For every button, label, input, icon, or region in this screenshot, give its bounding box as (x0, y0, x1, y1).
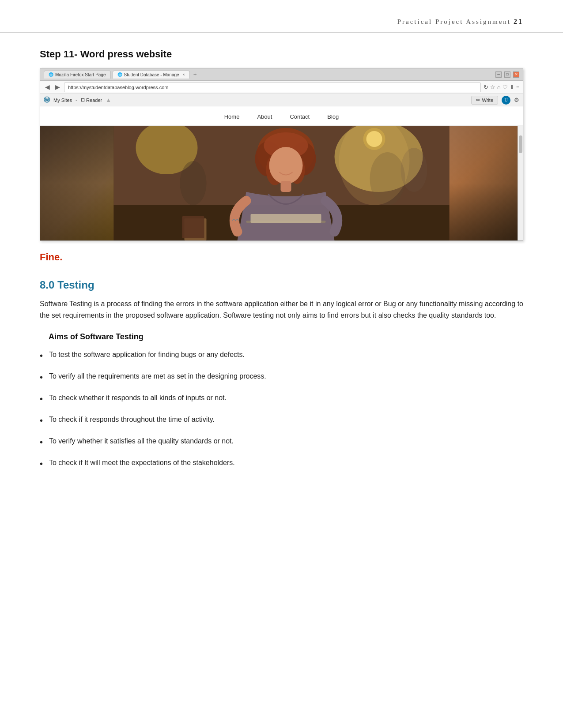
svg-rect-12 (281, 181, 291, 192)
bullet-text-6: To check if It will meet the expectation… (49, 458, 235, 468)
toolbar-arrow: ▲ (106, 97, 467, 104)
home-icon[interactable]: ⌂ (497, 84, 501, 91)
maximize-button[interactable]: □ (504, 71, 510, 78)
section8-heading: 8.0 Testing (40, 279, 523, 291)
browser-content: Home About Contact Blog (40, 106, 523, 240)
bullet-item-3: • To check whether it responds to all ki… (40, 393, 523, 405)
browser-tab-2[interactable]: 🌐 Student Database - Manage × (113, 71, 190, 79)
heart-icon[interactable]: ♡ (503, 84, 508, 91)
my-sites-label: My Sites (53, 98, 72, 103)
bullet-dot-3: • (40, 393, 43, 405)
bullet-dot-6: • (40, 458, 43, 469)
addressbar-icons: ↻ ☆ ⌂ ♡ ⬇ ≡ (484, 84, 519, 91)
star-icon[interactable]: ☆ (490, 84, 495, 91)
wp-toolbar: Ⓦ My Sites ▪ ⊟ Reader ▲ ✏ Write U ⚙ (40, 94, 523, 106)
bullet-dot-5: • (40, 436, 43, 448)
download-icon[interactable]: ⬇ (510, 84, 514, 91)
svg-rect-16 (182, 216, 204, 238)
hero-image-svg (40, 126, 523, 240)
bullet-item-4: • To check if it responds throughout the… (40, 414, 523, 426)
forward-button[interactable]: ▶ (54, 83, 61, 91)
wp-settings-icon[interactable]: ⚙ (514, 97, 519, 104)
wp-logo-icon: Ⓦ (44, 96, 50, 104)
scrollbar-thumb[interactable] (519, 135, 522, 153)
aims-heading: Aims of Software Testing (40, 332, 523, 341)
browser-mockup: 🌐 Mozilla Firefox Start Page 🌐 Student D… (40, 68, 523, 241)
wp-nav-bar: Home About Contact Blog (40, 106, 523, 126)
address-bar-input[interactable]: https://mystudentdatabaseblog.wordpress.… (64, 83, 481, 92)
write-icon: ✏ (476, 97, 480, 103)
bullet-text-1: To test the software application for fin… (49, 349, 245, 360)
window-controls: ─ □ ✕ (495, 71, 519, 78)
top-rule-line (0, 32, 563, 33)
reader-icon: ⊟ (81, 97, 85, 103)
tab1-label: Mozilla Firefox Start Page (55, 72, 106, 77)
bullet-text-4: To check if it responds throughout the t… (49, 414, 215, 425)
browser-scrollbar[interactable] (518, 126, 523, 240)
toolbar-separator: ▪ (76, 98, 77, 103)
bullet-text-3: To check whether it responds to all kind… (49, 393, 227, 403)
bullet-item-1: • To test the software application for f… (40, 349, 523, 361)
section8-body: Software Testing is a process of finding… (40, 298, 523, 322)
bullet-item-5: • To verify whether it satisfies all the… (40, 436, 523, 448)
bullet-dot-1: • (40, 350, 43, 361)
minimize-button[interactable]: ─ (495, 71, 502, 78)
tab2-close-icon[interactable]: × (183, 72, 185, 77)
nav-contact[interactable]: Contact (290, 113, 310, 120)
nav-about[interactable]: About (257, 113, 272, 120)
svg-point-11 (269, 147, 303, 184)
write-button[interactable]: ✏ Write (471, 96, 498, 105)
browser-addressbar: ◀ ▶ https://mystudentdatabaseblog.wordpr… (40, 81, 523, 94)
hero-image (40, 126, 523, 240)
svg-point-17 (180, 161, 207, 205)
user-avatar[interactable]: U (502, 96, 510, 105)
browser-tab-1[interactable]: 🌐 Mozilla Firefox Start Page (44, 71, 111, 79)
menu-icon[interactable]: ≡ (516, 84, 519, 91)
tab2-label: Student Database - Manage (124, 72, 179, 77)
page-header: Practical Project Assignment 21 (397, 18, 523, 26)
svg-rect-14 (251, 214, 321, 223)
write-label: Write (482, 98, 493, 103)
nav-home[interactable]: Home (224, 113, 240, 120)
bullet-dot-2: • (40, 372, 43, 383)
bullet-text-5: To verify whether it satisfies all the q… (49, 436, 234, 447)
back-button[interactable]: ◀ (44, 83, 51, 91)
bullet-item-6: • To check if It will meet the expectati… (40, 458, 523, 469)
main-content: Step 11- Word press website 🌐 Mozilla Fi… (40, 49, 523, 479)
my-sites-button[interactable]: My Sites (53, 98, 72, 103)
header-title: Practical Project Assignment (397, 18, 511, 26)
bullet-text-2: To verify all the requirements are met a… (49, 371, 266, 382)
close-button[interactable]: ✕ (513, 71, 519, 78)
step11-heading: Step 11- Word press website (40, 49, 523, 60)
bullet-item-2: • To verify all the requirements are met… (40, 371, 523, 383)
reader-label: Reader (86, 98, 102, 103)
fine-text: Fine. (40, 251, 523, 263)
nav-blog[interactable]: Blog (327, 113, 339, 120)
new-tab-button[interactable]: + (192, 71, 199, 78)
page-container: Practical Project Assignment 21 Step 11-… (0, 0, 563, 728)
browser-titlebar: 🌐 Mozilla Firefox Start Page 🌐 Student D… (40, 68, 523, 81)
browser-tabs: 🌐 Mozilla Firefox Start Page 🌐 Student D… (44, 71, 493, 79)
aims-bullet-list: • To test the software application for f… (40, 349, 523, 469)
reader-button[interactable]: ⊟ Reader (81, 97, 102, 103)
refresh-icon[interactable]: ↻ (484, 84, 488, 91)
page-number: 21 (514, 18, 523, 26)
bullet-dot-4: • (40, 415, 43, 426)
